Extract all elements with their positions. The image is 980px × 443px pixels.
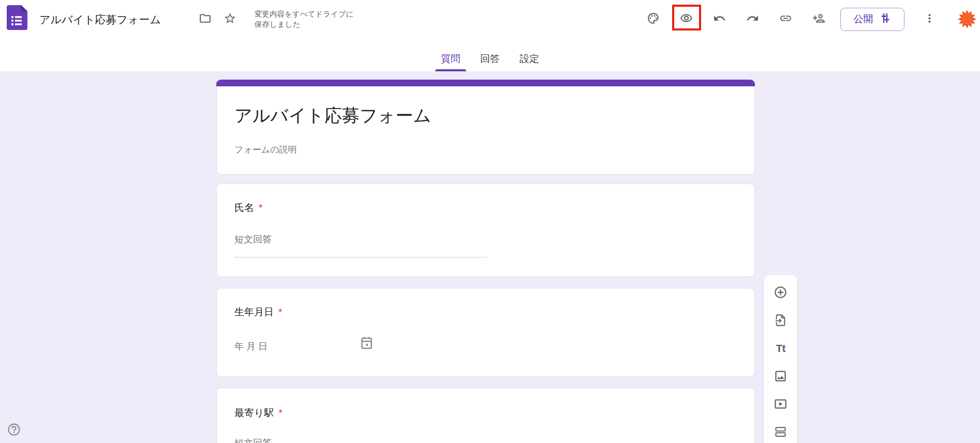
add-collaborators-button[interactable]	[806, 7, 831, 32]
import-questions-button[interactable]	[774, 313, 788, 327]
help-icon	[7, 431, 21, 438]
question-title-text: 氏名	[234, 202, 254, 213]
add-title-icon: Tt	[776, 343, 785, 354]
form-description-placeholder[interactable]: フォームの説明	[234, 144, 297, 156]
video-icon	[774, 397, 788, 413]
copy-link-button[interactable]	[773, 7, 798, 32]
question-card-name[interactable]: 氏名* 短文回答	[216, 184, 755, 277]
more-vert-icon	[923, 12, 936, 26]
google-forms-editor: アルバイト応募フォーム 変更内容をすべてドライブに 保存しました	[0, 0, 980, 443]
link-icon	[779, 12, 792, 26]
question-toolbar: Tt	[764, 275, 797, 443]
form-title-card[interactable]: アルバイト応募フォーム フォームの説明	[216, 80, 755, 175]
eye-icon	[680, 12, 693, 26]
person-add-icon	[812, 12, 825, 26]
image-icon	[774, 369, 788, 385]
help-button[interactable]	[7, 422, 21, 437]
app-header: アルバイト応募フォーム 変更内容をすべてドライブに 保存しました	[0, 0, 980, 71]
more-options-button[interactable]	[917, 7, 942, 32]
required-asterisk: *	[278, 307, 282, 317]
tab-responses[interactable]: 回答	[473, 47, 507, 71]
short-answer-placeholder: 短文回答	[234, 233, 487, 257]
add-image-button[interactable]	[774, 369, 788, 383]
add-question-button[interactable]	[774, 285, 788, 299]
tab-settings[interactable]: 設定	[512, 47, 546, 71]
publish-button[interactable]: 公開	[840, 8, 904, 31]
folder-icon	[199, 12, 212, 26]
forms-logo-icon[interactable]	[7, 5, 27, 30]
question-title-text: 生年月日	[234, 307, 274, 317]
redo-button[interactable]	[740, 7, 765, 32]
add-video-button[interactable]	[774, 397, 788, 411]
form-title-field[interactable]: アルバイト応募フォーム	[39, 12, 161, 27]
card-accent-bar	[216, 80, 755, 86]
save-status-line2: 保存しました	[255, 19, 354, 29]
tab-questions[interactable]: 質問	[434, 47, 468, 71]
import-questions-icon	[774, 313, 788, 329]
question-title[interactable]: 生年月日*	[234, 305, 282, 319]
undo-button[interactable]	[707, 7, 732, 32]
calendar-icon	[359, 335, 375, 351]
header-toolbar: 公開	[641, 7, 976, 32]
redo-icon	[746, 12, 759, 26]
editor-tabs: 質問 回答 設定	[0, 47, 980, 71]
question-title-text: 最寄り駅	[234, 407, 274, 418]
question-title[interactable]: 氏名*	[234, 201, 262, 215]
question-title[interactable]: 最寄り駅*	[234, 406, 283, 420]
star-button[interactable]	[217, 7, 242, 32]
customize-theme-button[interactable]	[641, 7, 665, 32]
required-asterisk: *	[259, 202, 262, 213]
undo-icon	[713, 12, 726, 26]
move-folder-button[interactable]	[192, 7, 217, 32]
title-actions	[192, 7, 242, 32]
question-card-birthdate[interactable]: 生年月日* 年 月 日	[216, 288, 755, 377]
add-section-icon	[774, 425, 788, 440]
required-asterisk: *	[278, 407, 282, 418]
save-status-line1: 変更内容をすべてドライブに	[255, 9, 354, 19]
publish-settings-icon	[879, 12, 892, 27]
account-avatar[interactable]	[958, 10, 976, 28]
palette-icon	[647, 12, 660, 26]
add-circle-icon	[774, 285, 788, 301]
add-title-button[interactable]: Tt	[774, 341, 788, 355]
short-answer-placeholder: 短文回答	[234, 437, 272, 443]
publish-label: 公開	[854, 12, 873, 26]
star-icon	[224, 12, 236, 26]
add-section-button[interactable]	[774, 425, 788, 439]
preview-button[interactable]	[674, 7, 699, 32]
form-title-text[interactable]: アルバイト応募フォーム	[234, 104, 431, 128]
date-placeholder: 年 月 日	[234, 340, 268, 353]
save-status[interactable]: 変更内容をすべてドライブに 保存しました	[255, 9, 354, 29]
question-card-nearest-station[interactable]: 最寄り駅* 短文回答	[216, 388, 755, 443]
